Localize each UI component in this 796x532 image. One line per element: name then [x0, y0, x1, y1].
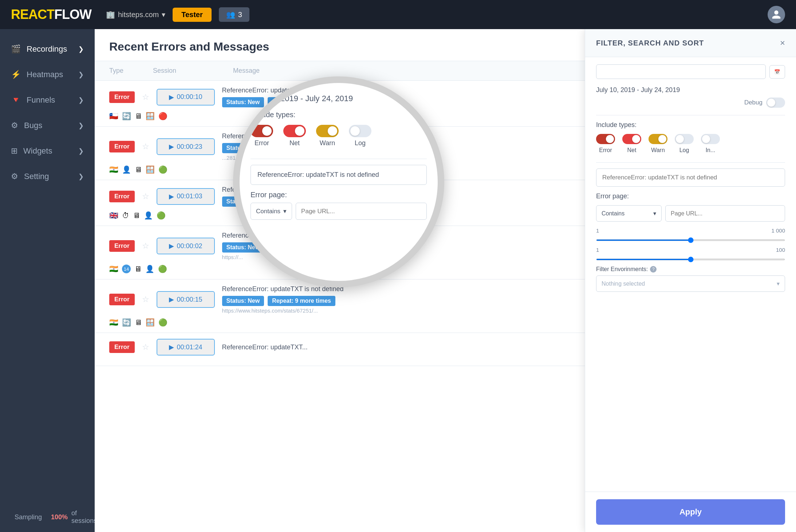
range-min-label: 1: [596, 227, 599, 234]
star-button[interactable]: ☆: [142, 241, 149, 251]
flag-icon: 🇨🇱: [109, 112, 118, 120]
debug-toggle[interactable]: [766, 98, 785, 108]
mag-dropdown-icon: ▾: [283, 207, 287, 215]
filter-debug-row: Debug: [596, 98, 785, 108]
table-row: Error ☆ ▶ 00:01:24 ReferenceError: updat…: [95, 333, 585, 366]
url-input[interactable]: [665, 205, 785, 222]
panel-header: Recent Errors and Messages: [95, 29, 585, 61]
star-button[interactable]: ☆: [142, 192, 149, 201]
filter-select-row: Contains ▾: [596, 205, 785, 222]
star-button[interactable]: ☆: [142, 342, 149, 352]
type-label-info: In...: [706, 147, 716, 154]
log-type-toggle[interactable]: [675, 134, 694, 144]
filter-search-input[interactable]: [596, 168, 785, 187]
range-slider-1[interactable]: [596, 239, 785, 241]
sidebar-item-label: Heatmaps: [27, 70, 63, 79]
env-select[interactable]: Nothing selected ▾: [596, 275, 785, 292]
tester-button[interactable]: Tester: [173, 8, 212, 22]
info-type-toggle[interactable]: [701, 134, 720, 144]
mag-contains-select[interactable]: Contains ▾: [251, 203, 292, 220]
col-header-type: Type: [109, 67, 146, 75]
toggle-thumb: [676, 135, 684, 143]
play-icon: ▶: [169, 192, 174, 201]
mag-toggle-thumb: [262, 126, 272, 136]
mag-url-input[interactable]: [296, 203, 427, 220]
help-icon[interactable]: ?: [650, 266, 657, 273]
org-icon: 🏢: [106, 10, 115, 19]
warn-type-toggle[interactable]: [649, 134, 667, 144]
date-input[interactable]: [596, 64, 766, 79]
setting-icon: ⚙: [11, 172, 18, 181]
range-slider-2[interactable]: [596, 259, 785, 260]
mag-log-toggle[interactable]: [349, 125, 371, 137]
session-play-button[interactable]: ▶ 00:00:15: [157, 291, 215, 308]
contains-select[interactable]: Contains ▾: [596, 205, 662, 222]
site-selector[interactable]: 🏢 hitsteps.com ▾: [106, 10, 165, 19]
types-row: Error Net: [596, 134, 785, 154]
session-play-button[interactable]: ▶ 00:01:03: [157, 188, 215, 205]
star-button[interactable]: ☆: [142, 142, 149, 151]
count-badge: 14: [122, 265, 131, 273]
chevron-right-icon: ❯: [78, 71, 84, 79]
star-button[interactable]: ☆: [142, 295, 149, 304]
dropdown-icon: ▾: [653, 210, 656, 217]
sidebar-item-funnels[interactable]: 🔻 Funnels ❯: [0, 87, 95, 113]
net-type-toggle[interactable]: [622, 134, 641, 144]
col-header-session: Session: [153, 67, 226, 75]
mag-type-label-net: Net: [289, 139, 300, 147]
mag-search-input[interactable]: [251, 165, 427, 185]
error-url: https://www.hitsteps.com/stats/67251/...: [222, 307, 344, 314]
person-icon: 👤: [145, 265, 154, 273]
sidebar-item-label: Recordings: [27, 44, 67, 54]
logo: REACT FLOW: [11, 7, 91, 22]
apply-button[interactable]: Apply: [596, 499, 785, 525]
status-tag: Status: New: [222, 296, 264, 306]
session-play-button[interactable]: ▶ 00:00:02: [157, 238, 215, 254]
repeat-tag: Repeat: 9 more times: [268, 296, 335, 306]
error-message: ReferenceError: updateTXT...: [222, 344, 308, 351]
mag-toggle-thumb: [295, 126, 304, 136]
funnels-icon: 🔻: [11, 95, 21, 105]
dropdown-icon: ▾: [777, 280, 780, 287]
mag-warn-toggle[interactable]: [316, 125, 339, 137]
windows-icon: 🪟: [146, 165, 155, 174]
user-avatar[interactable]: [768, 6, 785, 23]
range-max2-label: 100: [776, 247, 785, 253]
session-play-button[interactable]: ▶ 00:00:23: [157, 138, 215, 155]
calendar-button[interactable]: 📅: [769, 65, 785, 79]
browser-icon: 🟢: [158, 265, 167, 273]
sidebar-item-widgets[interactable]: ⊞ Widgets ❯: [0, 138, 95, 164]
play-icon: ▶: [169, 93, 174, 101]
type-label-error: Error: [599, 147, 612, 154]
users-count: 3: [238, 11, 242, 19]
users-button[interactable]: 👥 3: [219, 7, 249, 22]
mag-error-toggle[interactable]: [251, 125, 273, 137]
chevron-right-icon: ❯: [78, 147, 84, 155]
mag-net-toggle[interactable]: [283, 125, 306, 137]
sidebar-item-bugs[interactable]: ⚙ Bugs ❯: [0, 113, 95, 138]
filter-close-button[interactable]: ×: [780, 38, 785, 48]
filter-footer: Apply: [585, 492, 796, 532]
recordings-icon: 🎬: [11, 44, 21, 54]
star-button[interactable]: ☆: [142, 92, 149, 102]
mag-type-net: Net: [283, 125, 306, 147]
session-play-button[interactable]: ▶ 00:00:10: [157, 89, 215, 106]
error-type-toggle[interactable]: [596, 134, 615, 144]
mag-type-label-error: Error: [255, 139, 269, 147]
sidebar-item-setting[interactable]: ⚙ Setting ❯: [0, 164, 95, 189]
widgets-icon: ⊞: [11, 146, 17, 156]
session-time: 00:01:24: [177, 344, 202, 351]
session-time: 00:00:02: [177, 242, 202, 250]
env-label: Filter Envorinments: ?: [596, 266, 785, 273]
mag-error-page-label: Error page:: [251, 191, 427, 199]
sidebar-item-heatmaps[interactable]: ⚡ Heatmaps ❯: [0, 62, 95, 87]
sidebar: 🎬 Recordings ❯ ⚡ Heatmaps ❯ 🔻 Funnels ❯ …: [0, 29, 95, 532]
heatmaps-icon: ⚡: [11, 70, 21, 79]
session-play-button[interactable]: ▶ 00:01:24: [157, 339, 215, 356]
col-header-message: Message: [233, 67, 570, 75]
play-icon: ▶: [169, 295, 174, 303]
error-badge: Error: [109, 91, 135, 103]
type-item-info: In...: [701, 134, 720, 154]
logo-react: REACT: [11, 7, 54, 22]
sidebar-item-recordings[interactable]: 🎬 Recordings ❯: [0, 36, 95, 62]
